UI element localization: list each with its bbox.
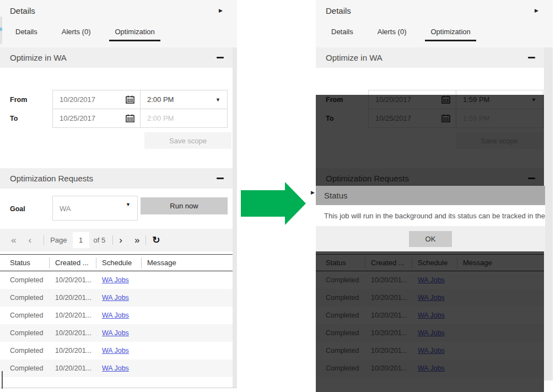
created-cell: 10/20/201... xyxy=(50,276,96,284)
save-row: Save scope xyxy=(0,128,233,149)
screenshot-stage: Details ▶ Details Alerts (0) Optimizatio… xyxy=(0,0,555,392)
tab-alerts[interactable]: Alerts (0) xyxy=(56,23,96,41)
caret-down-icon: ▼ xyxy=(126,202,131,207)
table-row[interactable]: Completed 10/20/201... WA Jobs xyxy=(0,271,233,289)
collapse-minus-icon[interactable] xyxy=(217,178,224,179)
dialog-title: Status xyxy=(324,191,348,200)
status-cell: Completed xyxy=(0,364,50,372)
goal-value: WA xyxy=(60,196,71,221)
ok-button[interactable]: OK xyxy=(409,231,452,247)
panel-titlebar: Details ▶ xyxy=(316,0,553,20)
divider xyxy=(44,235,44,245)
panel-top: Details ▶ Details Alerts (0) Optimizatio… xyxy=(0,0,237,47)
to-date-field[interactable]: 10/25/2017 xyxy=(52,109,141,128)
page-number-input[interactable] xyxy=(73,232,89,248)
calendar-icon[interactable] xyxy=(126,95,134,104)
panel-content: Optimize in WA From 10/20/2017 2:00 PM ▼ xyxy=(0,47,233,377)
to-time-dropdown[interactable]: 2:00 PM ▼ xyxy=(140,109,228,128)
cropped-edge-line xyxy=(2,371,3,389)
divider xyxy=(146,235,146,245)
requests-section-header: Optimization Requests xyxy=(0,168,233,189)
arrow-body xyxy=(241,190,285,217)
caret-down-icon: ▼ xyxy=(215,97,220,103)
created-cell: 10/20/201... xyxy=(50,329,96,337)
arrow-tip xyxy=(285,182,306,225)
table-row[interactable]: Completed 10/20/201... WA Jobs xyxy=(0,307,233,324)
schedule-link[interactable]: WA Jobs xyxy=(96,312,142,319)
optimize-section-header: Optimize in WA xyxy=(316,47,544,68)
from-label: From xyxy=(0,90,52,109)
table-row[interactable]: Completed 10/20/201... WA Jobs xyxy=(0,359,233,377)
table-row[interactable]: Completed 10/20/201... WA Jobs xyxy=(0,324,233,342)
scrollbar-track[interactable] xyxy=(544,47,553,380)
created-cell: 10/20/201... xyxy=(50,294,96,302)
first-page-icon[interactable]: « xyxy=(11,235,16,246)
dialog-expander-icon[interactable]: ▶ xyxy=(311,190,315,195)
table-header-row: Status Created ... Schedule Message xyxy=(0,254,233,271)
panel-titlebar: Details ▶ xyxy=(0,0,237,20)
schedule-link[interactable]: WA Jobs xyxy=(96,276,142,284)
pagination-bar: « ‹ Page of 5 › » ↻ xyxy=(0,229,233,251)
from-row: From 10/20/2017 2:00 PM ▼ xyxy=(0,90,233,109)
table-row[interactable]: Completed 10/20/201... WA Jobs xyxy=(0,289,233,307)
next-page-icon[interactable]: › xyxy=(119,235,122,246)
col-header-created[interactable]: Created ... xyxy=(50,257,96,269)
panel-expand-icon[interactable]: ▶ xyxy=(219,8,223,13)
dialog-titlebar: Status xyxy=(316,186,545,205)
transition-arrow xyxy=(241,182,306,225)
cropped-edge-blue-tick xyxy=(0,28,2,31)
page-title: Details xyxy=(10,6,35,15)
optimize-body: From 10/20/2017 2:00 PM ▼ To 10/25/2017 xyxy=(0,68,233,168)
run-now-button[interactable]: Run now xyxy=(141,197,228,214)
schedule-link[interactable]: WA Jobs xyxy=(96,329,142,337)
created-cell: 10/20/201... xyxy=(50,364,96,372)
goal-label: Goal xyxy=(10,189,25,229)
tab-optimization[interactable]: Optimization xyxy=(109,23,160,41)
page-of-label: of 5 xyxy=(94,236,106,244)
scrollbar-track[interactable] xyxy=(233,47,237,388)
tab-alerts[interactable]: Alerts (0) xyxy=(372,23,412,41)
created-cell: 10/20/201... xyxy=(50,312,96,319)
prev-page-icon[interactable]: ‹ xyxy=(28,235,31,246)
last-page-icon[interactable]: » xyxy=(134,235,139,246)
collapse-minus-icon[interactable] xyxy=(217,57,224,58)
requests-section-title: Optimization Requests xyxy=(10,174,93,183)
dialog-message: This job will run in the background and … xyxy=(316,205,545,226)
created-cell: 10/20/201... xyxy=(50,347,96,355)
goal-row: Goal WA ▼ Run now xyxy=(0,189,233,229)
schedule-link[interactable]: WA Jobs xyxy=(96,294,142,302)
panel-expand-icon[interactable]: ▶ xyxy=(535,8,538,13)
table-row[interactable]: Completed 10/20/201... WA Jobs xyxy=(0,342,233,359)
tab-details[interactable]: Details xyxy=(10,23,43,41)
schedule-link[interactable]: WA Jobs xyxy=(96,347,142,355)
from-date-field[interactable]: 10/20/2017 xyxy=(52,90,141,109)
tabbar: Details Alerts (0) Optimization xyxy=(316,20,553,47)
collapse-minus-icon[interactable] xyxy=(528,57,535,58)
to-date-value: 10/25/2017 xyxy=(60,114,95,122)
status-cell: Completed xyxy=(0,329,50,337)
status-cell: Completed xyxy=(0,294,50,302)
refresh-icon[interactable]: ↻ xyxy=(152,234,160,246)
dialog-footer: OK xyxy=(316,226,545,251)
tab-details[interactable]: Details xyxy=(326,23,359,41)
tabbar: Details Alerts (0) Optimization xyxy=(0,20,237,47)
schedule-link[interactable]: WA Jobs xyxy=(96,364,142,372)
to-row: To 10/25/2017 2:00 PM ▼ xyxy=(0,109,233,128)
divider xyxy=(112,235,113,245)
optimize-section-title: Optimize in WA xyxy=(10,53,67,62)
from-date-value: 10/20/2017 xyxy=(60,95,95,104)
status-cell: Completed xyxy=(0,347,50,355)
col-header-schedule[interactable]: Schedule xyxy=(96,257,142,269)
col-header-message[interactable]: Message xyxy=(142,257,233,269)
to-label: To xyxy=(0,109,52,128)
status-cell: Completed xyxy=(0,276,50,284)
col-header-status[interactable]: Status xyxy=(0,257,50,269)
from-time-dropdown[interactable]: 2:00 PM ▼ xyxy=(140,90,228,109)
details-panel-after: Details ▶ Details Alerts (0) Optimizatio… xyxy=(316,0,553,380)
tab-optimization[interactable]: Optimization xyxy=(425,23,476,41)
save-scope-button[interactable]: Save scope xyxy=(144,132,231,149)
goal-dropdown[interactable]: WA ▼ xyxy=(52,196,138,221)
optimize-section-title: Optimize in WA xyxy=(326,53,382,62)
calendar-icon[interactable] xyxy=(126,114,134,122)
page-title: Details xyxy=(326,6,351,15)
